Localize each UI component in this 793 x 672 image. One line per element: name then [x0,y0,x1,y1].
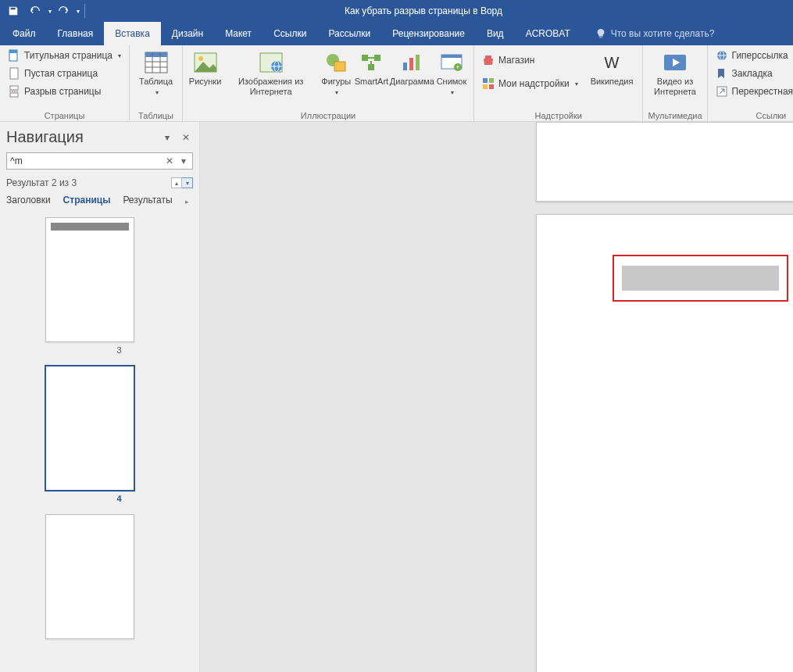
svg-rect-22 [368,64,374,70]
screenshot-icon: + [439,50,464,75]
redo-button[interactable] [53,2,73,20]
qat-customize-icon[interactable]: ▾ [77,8,80,15]
svg-rect-19 [334,62,345,71]
video-icon [663,50,688,75]
nav-tab-pages[interactable]: Страницы [63,195,111,209]
smartart-icon [359,50,384,75]
wikipedia-label: Википедия [591,77,634,87]
group-illustrations: Рисунки Изображения из Интернета Фигуры▾… [183,45,474,121]
tab-file[interactable]: Файл [2,22,47,45]
tab-design[interactable]: Дизайн [161,22,214,45]
page-thumbnails[interactable]: 3 4 [6,217,193,672]
svg-rect-33 [483,84,488,89]
screenshot-button[interactable]: + Снимок▾ [434,47,469,98]
nav-tab-results[interactable]: Результаты [123,195,172,209]
lightbulb-icon [595,28,606,39]
tab-mailings[interactable]: Рассылки [317,22,381,45]
crossref-label: Перекрестная ссылка [732,86,793,97]
nav-tab-headings[interactable]: Заголовки [6,195,51,209]
svg-rect-30 [485,55,491,59]
hyperlink-button[interactable]: Гиперссылка [713,47,793,64]
undo-dropdown-icon[interactable]: ▾ [48,8,52,15]
store-icon [482,54,495,66]
crossref-icon [716,85,728,98]
svg-rect-34 [489,84,494,89]
group-addins-label: Надстройки [479,109,638,121]
my-addins-button[interactable]: Мои надстройки ▾ [479,75,581,92]
nav-search-box[interactable]: ✕ ▾ [6,152,193,170]
store-button[interactable]: Магазин [479,52,581,69]
page-thumbnail[interactable] [45,217,134,342]
svg-rect-24 [409,58,413,70]
page-thumbnail[interactable] [45,514,134,639]
tab-acrobat[interactable]: ACROBAT [515,22,581,45]
blank-page-button[interactable]: Пустая страница [5,65,124,82]
page-break-button[interactable]: Разрыв страницы [5,83,124,100]
tab-view[interactable]: Вид [476,22,515,45]
ribbon-tabs: Файл Главная Вставка Дизайн Макет Ссылки… [0,22,793,45]
nav-close-button[interactable]: ✕ [179,130,193,145]
save-button[interactable] [3,2,23,20]
online-video-button[interactable]: Видео из Интернета [648,47,702,97]
window-title: Как убрать разрыв страницы в Ворд [88,5,790,16]
result-prev-button[interactable]: ▴ [171,177,182,188]
navigation-pane: Навигация ▾ ✕ ✕ ▾ Результат 2 из 3 ▴ ▾ З… [0,122,200,672]
tab-home[interactable]: Главная [47,22,105,45]
nav-menu-button[interactable]: ▾ [160,130,174,145]
title-bar: ▾ ▾ Как убрать разрыв страницы в Ворд [0,0,793,22]
search-clear-button[interactable]: ✕ [163,154,177,168]
svg-text:+: + [455,63,459,71]
online-pictures-button[interactable]: Изображения из Интернета [223,47,319,97]
svg-rect-31 [483,78,488,83]
svg-rect-21 [374,55,380,61]
hyperlink-icon [716,49,728,62]
wikipedia-button[interactable]: W Википедия [586,47,638,87]
highlighted-region [613,255,788,302]
result-next-button[interactable]: ▾ [182,177,193,188]
bookmark-button[interactable]: Закладка [713,65,793,82]
svg-rect-2 [10,68,18,79]
crossref-button[interactable]: Перекрестная ссылка [713,83,793,100]
group-pages-label: Страницы [5,109,124,121]
bookmark-icon [716,67,728,80]
nav-title: Навигация [6,128,84,146]
workspace: Навигация ▾ ✕ ✕ ▾ Результат 2 из 3 ▴ ▾ З… [0,122,793,672]
pictures-icon [193,50,218,75]
pictures-button[interactable]: Рисунки [188,47,223,87]
wikipedia-icon: W [599,50,624,75]
tab-references[interactable]: Ссылки [263,22,317,45]
table-icon [144,50,169,75]
page-thumbnail[interactable] [45,366,134,491]
tell-me-label: Что вы хотите сделать? [611,28,715,39]
undo-icon [29,5,41,16]
dropdown-icon: ▾ [155,89,159,96]
document-page[interactable] [536,122,793,202]
group-tables-label: Таблицы [134,109,177,121]
dropdown-icon: ▾ [575,80,578,88]
selection-placeholder [622,266,779,291]
nav-tabs-scroll-icon[interactable]: ▸ [185,198,193,206]
document-area[interactable] [200,122,793,672]
tab-insert[interactable]: Вставка [104,22,161,45]
tab-layout[interactable]: Макет [214,22,263,45]
group-media-label: Мультимедиа [648,109,702,121]
dropdown-icon: ▾ [118,52,121,59]
dropdown-icon: ▾ [335,89,338,96]
undo-button[interactable] [25,2,45,20]
tell-me-search[interactable]: Что вы хотите сделать? [595,22,715,45]
cover-page-button[interactable]: Титульная страница ▾ [5,47,124,64]
search-dropdown-button[interactable]: ▾ [177,154,191,168]
cover-page-icon [8,49,20,62]
ribbon-insert: Титульная страница ▾ Пустая страница Раз… [0,45,793,122]
group-tables: Таблица▾ Таблицы [130,45,183,121]
nav-search-input[interactable] [10,155,163,166]
smartart-button[interactable]: SmartArt [353,47,389,87]
shapes-button[interactable]: Фигуры▾ [319,47,353,98]
blank-page-icon [8,67,20,80]
chart-button[interactable]: Диаграмма [390,47,434,87]
table-button[interactable]: Таблица▾ [134,47,177,98]
cover-page-label: Титульная страница [24,50,113,61]
group-media: Видео из Интернета Мультимедиа [643,45,707,121]
tab-review[interactable]: Рецензирование [381,22,476,45]
mini-table-graphic [51,223,129,231]
